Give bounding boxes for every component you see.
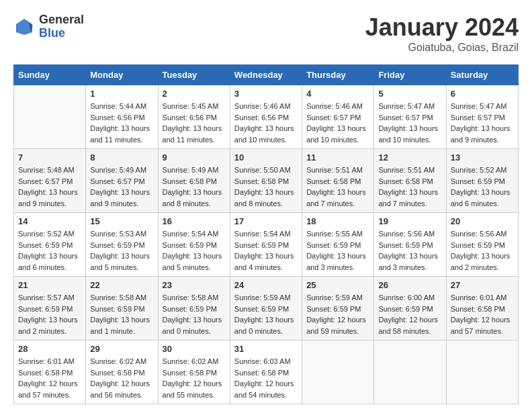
logo-blue: Blue: [39, 27, 84, 40]
calendar-cell: 17Sunrise: 5:54 AMSunset: 6:59 PMDayligh…: [230, 213, 302, 277]
calendar-header-row: SundayMondayTuesdayWednesdayThursdayFrid…: [14, 65, 519, 85]
calendar-cell: 16Sunrise: 5:54 AMSunset: 6:59 PMDayligh…: [158, 213, 230, 277]
day-number: 31: [234, 344, 298, 354]
day-info: Sunrise: 5:55 AMSunset: 6:59 PMDaylight:…: [306, 228, 369, 273]
calendar-week-row: 28Sunrise: 6:01 AMSunset: 6:58 PMDayligh…: [14, 340, 519, 404]
day-info: Sunrise: 5:48 AMSunset: 6:57 PMDaylight:…: [18, 165, 81, 209]
day-info: Sunrise: 6:00 AMSunset: 6:59 PMDaylight:…: [378, 292, 441, 336]
calendar-cell: 18Sunrise: 5:55 AMSunset: 6:59 PMDayligh…: [302, 213, 374, 277]
calendar-cell: 8Sunrise: 5:49 AMSunset: 6:57 PMDaylight…: [86, 149, 158, 213]
calendar-cell: 10Sunrise: 5:50 AMSunset: 6:58 PMDayligh…: [230, 149, 302, 213]
calendar-cell: 11Sunrise: 5:51 AMSunset: 6:58 PMDayligh…: [302, 149, 374, 213]
calendar-cell: 2Sunrise: 5:45 AMSunset: 6:56 PMDaylight…: [158, 85, 230, 149]
day-number: 26: [378, 280, 441, 290]
day-number: 18: [306, 216, 369, 226]
day-header-thursday: Thursday: [302, 65, 374, 85]
day-number: 17: [234, 216, 298, 226]
day-header-wednesday: Wednesday: [230, 65, 302, 85]
day-header-friday: Friday: [374, 65, 446, 85]
day-number: 28: [18, 344, 81, 354]
day-info: Sunrise: 5:56 AMSunset: 6:59 PMDaylight:…: [451, 228, 514, 273]
calendar-cell: 27Sunrise: 6:01 AMSunset: 6:58 PMDayligh…: [446, 277, 518, 340]
day-number: 5: [378, 89, 441, 99]
day-number: 10: [234, 152, 298, 163]
day-info: Sunrise: 5:45 AMSunset: 6:56 PMDaylight:…: [163, 101, 226, 145]
calendar-week-row: 7Sunrise: 5:48 AMSunset: 6:57 PMDaylight…: [14, 149, 519, 213]
calendar-cell: [374, 340, 446, 404]
calendar-cell: 19Sunrise: 5:56 AMSunset: 6:59 PMDayligh…: [374, 213, 446, 277]
calendar-cell: 5Sunrise: 5:47 AMSunset: 6:57 PMDaylight…: [374, 85, 446, 149]
calendar-cell: [302, 340, 374, 404]
day-info: Sunrise: 5:57 AMSunset: 6:59 PMDaylight:…: [18, 292, 81, 336]
calendar-week-row: 21Sunrise: 5:57 AMSunset: 6:59 PMDayligh…: [14, 277, 519, 340]
day-number: 27: [451, 280, 514, 290]
page-header: General Blue January 2024 Goiatuba, Goia…: [13, 13, 519, 54]
day-header-sunday: Sunday: [14, 65, 86, 85]
day-info: Sunrise: 5:50 AMSunset: 6:58 PMDaylight:…: [234, 165, 298, 209]
calendar-cell: 6Sunrise: 5:47 AMSunset: 6:57 PMDaylight…: [446, 85, 518, 149]
location: Goiatuba, Goias, Brazil: [365, 42, 519, 54]
day-info: Sunrise: 6:02 AMSunset: 6:58 PMDaylight:…: [163, 356, 226, 400]
day-number: 2: [163, 89, 226, 99]
day-info: Sunrise: 5:53 AMSunset: 6:59 PMDaylight:…: [90, 228, 153, 273]
calendar-cell: 25Sunrise: 5:59 AMSunset: 6:59 PMDayligh…: [302, 277, 374, 340]
calendar-cell: 9Sunrise: 5:49 AMSunset: 6:58 PMDaylight…: [158, 149, 230, 213]
day-number: 4: [306, 89, 369, 99]
day-number: 20: [451, 216, 514, 226]
day-info: Sunrise: 5:52 AMSunset: 6:59 PMDaylight:…: [18, 228, 81, 273]
day-number: 9: [163, 152, 226, 163]
day-info: Sunrise: 5:47 AMSunset: 6:57 PMDaylight:…: [378, 101, 441, 145]
logo-icon: [13, 16, 35, 38]
calendar-cell: 1Sunrise: 5:44 AMSunset: 6:56 PMDaylight…: [86, 85, 158, 149]
calendar-cell: 30Sunrise: 6:02 AMSunset: 6:58 PMDayligh…: [158, 340, 230, 404]
logo-text: General Blue: [39, 13, 84, 40]
day-info: Sunrise: 5:51 AMSunset: 6:58 PMDaylight:…: [306, 165, 369, 209]
day-number: 7: [18, 152, 81, 163]
logo: General Blue: [13, 13, 84, 40]
day-number: 30: [163, 344, 226, 354]
calendar-cell: [446, 340, 518, 404]
day-number: 8: [90, 152, 153, 163]
calendar-cell: 22Sunrise: 5:58 AMSunset: 6:59 PMDayligh…: [86, 277, 158, 340]
calendar-cell: 21Sunrise: 5:57 AMSunset: 6:59 PMDayligh…: [14, 277, 86, 340]
day-number: 11: [306, 152, 369, 163]
logo-general: General: [39, 13, 84, 27]
day-number: 1: [90, 89, 153, 99]
day-info: Sunrise: 6:02 AMSunset: 6:58 PMDaylight:…: [90, 356, 153, 400]
calendar-cell: 20Sunrise: 5:56 AMSunset: 6:59 PMDayligh…: [446, 213, 518, 277]
day-info: Sunrise: 5:51 AMSunset: 6:58 PMDaylight:…: [378, 165, 441, 209]
calendar-cell: 14Sunrise: 5:52 AMSunset: 6:59 PMDayligh…: [14, 213, 86, 277]
day-number: 22: [90, 280, 153, 290]
day-info: Sunrise: 6:01 AMSunset: 6:58 PMDaylight:…: [18, 356, 81, 400]
day-info: Sunrise: 6:03 AMSunset: 6:58 PMDaylight:…: [234, 356, 298, 400]
day-info: Sunrise: 5:56 AMSunset: 6:59 PMDaylight:…: [378, 228, 441, 273]
calendar-table: SundayMondayTuesdayWednesdayThursdayFrid…: [13, 64, 519, 404]
calendar-cell: 13Sunrise: 5:52 AMSunset: 6:59 PMDayligh…: [446, 149, 518, 213]
day-number: 25: [306, 280, 369, 290]
calendar-cell: 28Sunrise: 6:01 AMSunset: 6:58 PMDayligh…: [14, 340, 86, 404]
day-info: Sunrise: 5:58 AMSunset: 6:59 PMDaylight:…: [163, 292, 226, 336]
calendar-week-row: 1Sunrise: 5:44 AMSunset: 6:56 PMDaylight…: [14, 85, 519, 149]
day-number: 16: [163, 216, 226, 226]
month-title: January 2024: [365, 13, 519, 42]
day-number: 3: [234, 89, 298, 99]
day-info: Sunrise: 5:47 AMSunset: 6:57 PMDaylight:…: [451, 101, 514, 145]
day-number: 12: [378, 152, 441, 163]
calendar-cell: 23Sunrise: 5:58 AMSunset: 6:59 PMDayligh…: [158, 277, 230, 340]
day-number: 15: [90, 216, 153, 226]
day-header-tuesday: Tuesday: [158, 65, 230, 85]
calendar-cell: 7Sunrise: 5:48 AMSunset: 6:57 PMDaylight…: [14, 149, 86, 213]
calendar-cell: 12Sunrise: 5:51 AMSunset: 6:58 PMDayligh…: [374, 149, 446, 213]
day-header-monday: Monday: [86, 65, 158, 85]
day-number: 23: [163, 280, 226, 290]
day-info: Sunrise: 5:59 AMSunset: 6:59 PMDaylight:…: [234, 292, 298, 336]
day-info: Sunrise: 5:49 AMSunset: 6:57 PMDaylight:…: [90, 165, 153, 209]
calendar-week-row: 14Sunrise: 5:52 AMSunset: 6:59 PMDayligh…: [14, 213, 519, 277]
day-number: 21: [18, 280, 81, 290]
calendar-cell: 31Sunrise: 6:03 AMSunset: 6:58 PMDayligh…: [230, 340, 302, 404]
day-info: Sunrise: 5:49 AMSunset: 6:58 PMDaylight:…: [163, 165, 226, 209]
calendar-cell: 3Sunrise: 5:46 AMSunset: 6:56 PMDaylight…: [230, 85, 302, 149]
day-info: Sunrise: 5:46 AMSunset: 6:57 PMDaylight:…: [306, 101, 369, 145]
calendar-cell: 15Sunrise: 5:53 AMSunset: 6:59 PMDayligh…: [86, 213, 158, 277]
day-number: 24: [234, 280, 298, 290]
